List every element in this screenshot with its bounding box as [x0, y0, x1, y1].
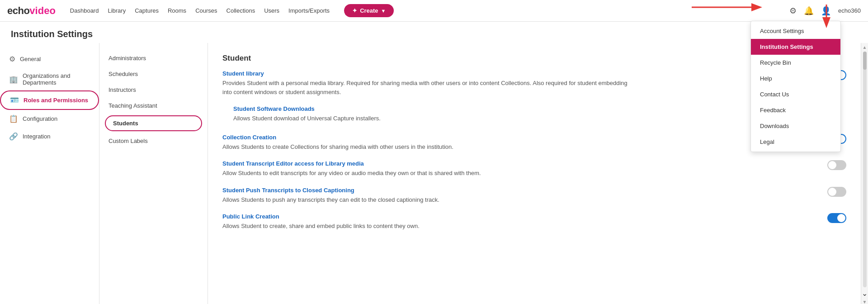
sidebar-roles-label: Roles and Permissions — [24, 97, 88, 104]
sidebar-general-label: General — [20, 56, 41, 62]
integration-icon: 🔗 — [9, 132, 18, 141]
page-title: Institution Settings — [0, 22, 868, 43]
mid-teaching-assistant[interactable]: Teaching Assistant — [99, 98, 208, 114]
logo-video-text: video — [29, 5, 55, 17]
transcript-editor-desc: Allow Students to edit transcripts for a… — [222, 169, 629, 178]
toggle-thumb-4 — [828, 188, 836, 196]
chevron-down-icon: ▼ — [381, 8, 386, 14]
student-library-title: Student library — [222, 70, 820, 77]
public-link-text: Public Link Creation Allows Student to c… — [222, 213, 820, 231]
nav-captures[interactable]: Captures — [135, 7, 159, 14]
push-transcripts-toggle[interactable] — [827, 187, 846, 197]
dropdown-institution-settings[interactable]: Institution Settings — [751, 39, 840, 55]
main-layout: ⚙ General 🏢 Organizations and Department… — [0, 43, 868, 304]
transcript-editor-row: Student Transcript Editor access for Lib… — [222, 160, 846, 178]
collection-creation-title: Collection Creation — [222, 134, 820, 141]
public-link-toggle-wrap[interactable] — [827, 213, 846, 224]
scrollbar[interactable]: ▲ ⌄ ▼ — [861, 43, 868, 304]
dropdown-help[interactable]: Help — [751, 71, 840, 86]
mid-instructors[interactable]: Instructors — [99, 82, 208, 98]
sidebar-item-organizations[interactable]: 🏢 Organizations and Departments — [0, 68, 99, 90]
dropdown-downloads[interactable]: Downloads — [751, 118, 840, 134]
sidebar-integration-label: Integration — [23, 133, 50, 140]
dropdown-account-settings[interactable]: Account Settings — [751, 23, 840, 39]
bell-icon[interactable]: 🔔 — [804, 6, 814, 16]
transcript-editor-title: Student Transcript Editor access for Lib… — [222, 160, 820, 167]
org-icon: 🏢 — [9, 75, 18, 84]
sidebar-item-general[interactable]: ⚙ General — [0, 50, 99, 68]
mid-schedulers[interactable]: Schedulers — [99, 66, 208, 82]
collection-creation-text: Collection Creation Allows Students to c… — [222, 134, 820, 152]
push-transcripts-toggle-wrap[interactable] — [827, 187, 846, 198]
toggle-thumb-3 — [828, 161, 836, 169]
dropdown-legal[interactable]: Legal — [751, 134, 840, 150]
roles-icon: 🪪 — [10, 96, 19, 104]
left-sidebar: ⚙ General 🏢 Organizations and Department… — [0, 43, 99, 304]
nav-users[interactable]: Users — [264, 7, 279, 14]
logo-echo-text: echo — [7, 5, 29, 17]
create-label: Create — [360, 7, 378, 14]
nav-imports-exports[interactable]: Imports/Exports — [288, 7, 330, 14]
user-icon[interactable]: 👤 — [821, 6, 831, 16]
sidebar-item-roles[interactable]: 🪪 Roles and Permissions — [0, 90, 99, 110]
sidebar-config-label: Configuration — [23, 115, 57, 122]
echologo-icon: echo360 — [838, 7, 861, 14]
student-library-desc: Provides Student with a personal media l… — [222, 79, 629, 96]
push-transcripts-title: Student Push Transcripts to Closed Capti… — [222, 187, 820, 194]
push-transcripts-text: Student Push Transcripts to Closed Capti… — [222, 187, 820, 204]
create-icon: ✦ — [352, 7, 357, 14]
nav-rooms[interactable]: Rooms — [168, 7, 186, 14]
student-software-desc: Allows Student download of Universal Cap… — [233, 114, 640, 123]
logo[interactable]: echovideo — [7, 5, 56, 17]
transcript-editor-toggle[interactable] — [827, 160, 846, 170]
scroll-track[interactable] — [863, 52, 867, 287]
create-button[interactable]: ✦ Create ▼ — [344, 4, 394, 17]
general-icon: ⚙ — [9, 55, 15, 63]
nav-links: Dashboard Library Captures Rooms Courses… — [70, 7, 330, 14]
nav-collections[interactable]: Collections — [226, 7, 255, 14]
sidebar-org-label: Organizations and Departments — [23, 72, 90, 86]
mid-students[interactable]: Students — [105, 115, 202, 131]
push-transcripts-desc: Allows Students to push any transcripts … — [222, 195, 629, 204]
public-link-row: Public Link Creation Allows Student to c… — [222, 213, 846, 231]
gear-icon[interactable]: ⚙ — [789, 6, 797, 16]
dropdown-feedback[interactable]: Feedback — [751, 102, 840, 118]
scroll-up-arrow[interactable]: ▲ — [863, 45, 867, 50]
public-link-desc: Allows Student to create, share and embe… — [222, 222, 629, 231]
student-library-text: Student library Provides Student with a … — [222, 70, 820, 96]
expand-chevron-icon[interactable]: ⌄ — [862, 289, 868, 298]
middle-panel: Administrators Schedulers Instructors Te… — [99, 43, 208, 304]
top-navigation: echovideo Dashboard Library Captures Roo… — [0, 0, 868, 22]
scroll-thumb[interactable] — [863, 52, 867, 70]
nav-right-icons: ⚙ 🔔 👤 echo360 — [789, 6, 861, 16]
sidebar-item-configuration[interactable]: 📋 Configuration — [0, 110, 99, 128]
transcript-editor-text: Student Transcript Editor access for Lib… — [222, 160, 820, 178]
dropdown-recycle-bin[interactable]: Recycle Bin — [751, 55, 840, 71]
transcript-editor-toggle-wrap[interactable] — [827, 160, 846, 171]
mid-administrators[interactable]: Administrators — [99, 50, 208, 66]
public-link-toggle[interactable] — [827, 213, 846, 223]
mid-custom-labels[interactable]: Custom Labels — [99, 133, 208, 149]
sidebar-item-integration[interactable]: 🔗 Integration — [0, 128, 99, 145]
public-link-title: Public Link Creation — [222, 213, 820, 220]
config-icon: 📋 — [9, 114, 18, 123]
nav-dashboard[interactable]: Dashboard — [70, 7, 99, 14]
nav-courses[interactable]: Courses — [195, 7, 217, 14]
gear-dropdown-menu: Account Settings Institution Settings Re… — [750, 21, 841, 152]
dropdown-contact-us[interactable]: Contact Us — [751, 86, 840, 102]
push-transcripts-row: Student Push Transcripts to Closed Capti… — [222, 187, 846, 204]
toggle-thumb-5 — [837, 214, 845, 222]
scroll-down-arrow[interactable]: ▼ — [863, 299, 867, 304]
collection-creation-desc: Allows Students to create Collections fo… — [222, 142, 629, 152]
nav-library[interactable]: Library — [108, 7, 126, 14]
